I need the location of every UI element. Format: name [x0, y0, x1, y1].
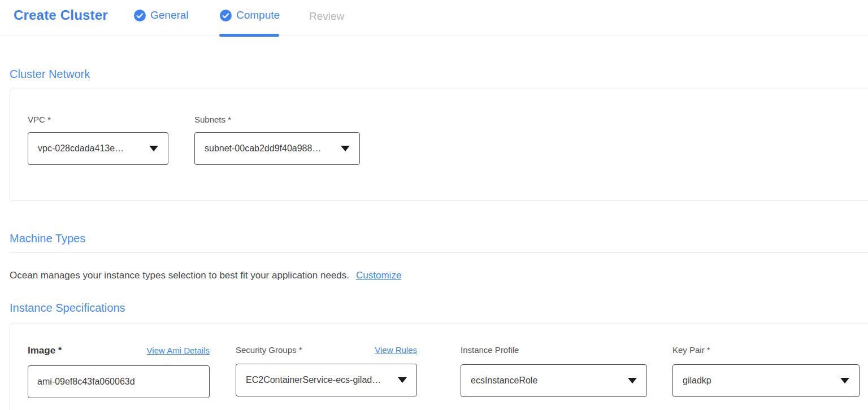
- cluster-network-heading: Cluster Network: [10, 68, 90, 81]
- instance-profile-select[interactable]: ecsInstanceRole: [461, 364, 647, 397]
- subnets-selected-value: subnet-00cab2dd9f40a988…: [205, 143, 321, 154]
- tab-general[interactable]: General: [134, 9, 189, 21]
- instance-profile-selected-value: ecsInstanceRole: [471, 376, 537, 386]
- vpc-field-group: VPC * vpc-028cdada413e…: [28, 115, 168, 165]
- tab-review-label: Review: [309, 10, 344, 23]
- key-pair-select[interactable]: giladkp: [672, 364, 860, 397]
- key-pair-label: Key Pair *: [672, 345, 860, 355]
- view-rules-link[interactable]: View Rules: [375, 345, 417, 355]
- tab-compute[interactable]: Compute: [220, 9, 280, 21]
- chevron-down-icon: [398, 377, 407, 383]
- key-pair-field-group: Key Pair * giladkp: [672, 345, 860, 397]
- chevron-down-icon: [149, 146, 158, 151]
- security-groups-field-group: Security Groups * View Rules EC2Containe…: [236, 345, 417, 396]
- chevron-down-icon: [840, 378, 849, 383]
- subnets-field-group: Subnets * subnet-00cab2dd9f40a988…: [194, 115, 360, 165]
- tab-compute-label: Compute: [236, 9, 280, 21]
- vpc-selected-value: vpc-028cdada413e…: [38, 143, 124, 154]
- security-groups-selected-value: EC2ContainerService-ecs-gilad…: [246, 375, 381, 385]
- security-groups-select[interactable]: EC2ContainerService-ecs-gilad…: [236, 364, 417, 396]
- cluster-network-card: VPC * vpc-028cdada413e… Subnets * subnet…: [10, 89, 868, 200]
- instance-specifications-heading: Instance Specifications: [10, 302, 125, 315]
- vpc-select[interactable]: vpc-028cdada413e…: [28, 132, 168, 165]
- chevron-down-icon: [341, 146, 350, 151]
- machine-types-description: Ocean manages your instance types select…: [10, 270, 401, 281]
- machine-types-heading: Machine Types: [10, 232, 85, 245]
- image-label: Image *: [28, 345, 62, 356]
- image-field-group: Image * View Ami Details: [28, 345, 210, 398]
- machine-types-divider: [10, 252, 868, 253]
- page-title: Create Cluster: [14, 7, 108, 23]
- tab-general-label: General: [150, 9, 189, 21]
- security-groups-label: Security Groups *: [236, 345, 302, 355]
- subnets-label: Subnets *: [194, 115, 360, 124]
- check-circle-icon: [134, 10, 146, 21]
- instance-profile-label: Instance Profile: [461, 345, 647, 355]
- check-circle-icon: [220, 10, 232, 21]
- instance-specifications-card: Image * View Ami Details Security Groups…: [10, 324, 868, 410]
- active-tab-indicator: [219, 34, 279, 37]
- view-ami-details-link[interactable]: View Ami Details: [147, 346, 210, 355]
- chevron-down-icon: [628, 378, 637, 383]
- wizard-header: Create Cluster General Compute Review: [0, 0, 868, 36]
- subnets-select[interactable]: subnet-00cab2dd9f40a988…: [194, 132, 360, 165]
- vpc-label: VPC *: [28, 115, 168, 124]
- machine-types-description-text: Ocean manages your instance types select…: [10, 270, 349, 281]
- customize-link[interactable]: Customize: [356, 270, 401, 281]
- key-pair-selected-value: giladkp: [683, 376, 711, 386]
- tab-review[interactable]: Review: [309, 10, 344, 23]
- image-input[interactable]: [28, 365, 210, 398]
- instance-profile-field-group: Instance Profile ecsInstanceRole: [461, 345, 647, 397]
